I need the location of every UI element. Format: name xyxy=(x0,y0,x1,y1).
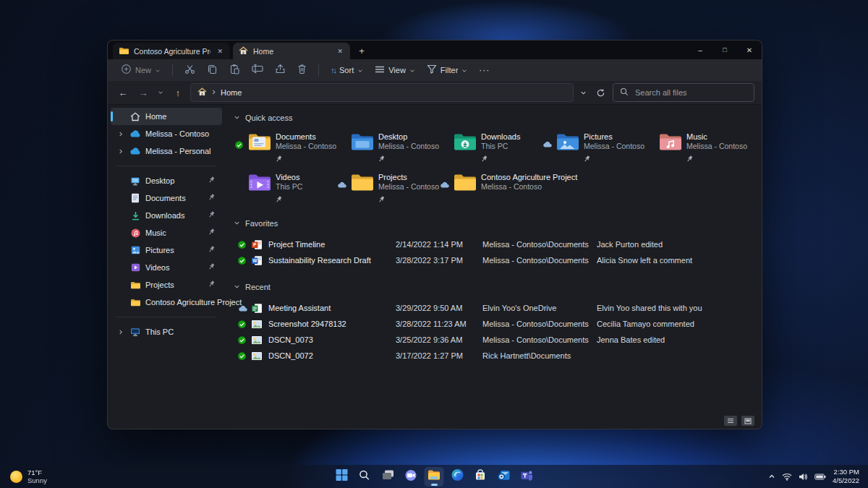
taskbar-outlook-button[interactable] xyxy=(494,467,514,487)
sidebar-item-home[interactable]: Home xyxy=(111,108,222,125)
view-button[interactable]: View xyxy=(370,61,420,79)
quick-access-tile-downloads[interactable]: DownloadsThis PC xyxy=(439,131,542,160)
section-title: Recent xyxy=(245,283,271,291)
close-tab-icon[interactable]: ✕ xyxy=(336,48,344,55)
minimize-button[interactable]: – xyxy=(688,40,712,59)
section-recent[interactable]: Recent xyxy=(234,283,754,291)
maximize-button[interactable]: □ xyxy=(712,40,737,59)
sort-button[interactable]: ↑↓ Sort xyxy=(326,61,367,79)
sidebar-item-desktop[interactable]: Desktop xyxy=(111,172,222,189)
volume-icon[interactable] xyxy=(799,473,808,481)
chevron-right-icon[interactable] xyxy=(116,329,125,335)
sidebar-item-label: Contoso Agriculture Project xyxy=(145,298,242,307)
section-quick-access[interactable]: Quick access xyxy=(234,114,754,122)
delete-button[interactable] xyxy=(293,61,311,79)
wifi-icon[interactable] xyxy=(782,473,792,481)
home-icon xyxy=(239,46,248,56)
copy-button[interactable] xyxy=(203,61,222,79)
weather-widget[interactable]: 71°F Sunny xyxy=(0,468,47,485)
taskbar-start-button[interactable] xyxy=(332,467,352,487)
taskbar-search-button[interactable] xyxy=(355,467,375,487)
recent-locations-chevron-icon[interactable] xyxy=(156,85,166,100)
chevron-right-icon[interactable] xyxy=(116,131,125,137)
breadcrumb[interactable]: Home xyxy=(190,83,574,102)
tab-contoso-agriculture-project[interactable]: Contoso Agriculture Project ✕ xyxy=(113,43,230,59)
file-row-meeting-assistant[interactable]: Meeting Assistant3/29/2022 9:50 AMElvin … xyxy=(232,300,754,316)
quick-access-tile-documents[interactable]: DocumentsMelissa - Contoso xyxy=(234,131,336,160)
quick-access-tile-pictures[interactable]: PicturesMelissa - Contoso xyxy=(542,131,644,160)
sidebar-item-melissa-personal[interactable]: Melissa - Personal xyxy=(111,142,222,160)
folder-folder-icon xyxy=(452,171,478,195)
file-name: Meeting Assistant xyxy=(268,304,396,312)
taskbar-file-explorer-button[interactable] xyxy=(425,467,444,487)
paste-button[interactable] xyxy=(225,61,244,79)
new-button[interactable]: New xyxy=(116,61,165,79)
sidebar-item-pictures[interactable]: Pictures xyxy=(111,241,222,259)
file-row-dscn-0072[interactable]: DSCN_00723/17/2022 1:27 PMRick Hartnett\… xyxy=(232,348,754,364)
close-tab-icon[interactable]: ✕ xyxy=(216,48,224,55)
sidebar-item-projects[interactable]: Projects xyxy=(111,276,222,294)
sidebar-item-label: This PC xyxy=(145,328,215,336)
quick-access-tile-videos[interactable]: VideosThis PC xyxy=(234,171,336,200)
taskbar-clock[interactable]: 2:30 PM 4/5/2022 xyxy=(833,468,859,485)
cloud-status-icon xyxy=(439,181,449,188)
tile-name: Pictures xyxy=(584,132,644,141)
sidebar-item-label: Desktop xyxy=(145,176,204,185)
tab-home[interactable]: Home ✕ xyxy=(233,43,350,59)
taskbar-edge-button[interactable] xyxy=(448,467,467,487)
filter-button[interactable]: Filter xyxy=(422,61,472,79)
refresh-icon[interactable] xyxy=(592,85,608,100)
back-button[interactable]: ← xyxy=(115,85,131,100)
file-row-dscn-0073[interactable]: DSCN_00733/25/2022 9:36 AMMelissa - Cont… xyxy=(232,332,754,348)
search-input[interactable] xyxy=(634,87,747,98)
tile-name: Downloads xyxy=(481,132,520,141)
file-date: 2/14/2022 1:14 PM xyxy=(396,240,482,249)
doc-green-file-icon xyxy=(251,303,268,314)
pin-icon xyxy=(208,211,215,220)
clock-time: 2:30 PM xyxy=(834,468,859,476)
sidebar-item-downloads[interactable]: Downloads xyxy=(111,207,222,224)
thumbnail-view-toggle[interactable] xyxy=(741,416,754,426)
search-box[interactable] xyxy=(613,83,754,102)
quick-access-tile-desktop[interactable]: DesktopMelissa - Contoso xyxy=(336,131,439,160)
sidebar-item-this-pc[interactable]: This PC xyxy=(111,323,222,341)
forward-button[interactable]: → xyxy=(135,85,151,100)
window-controls: – □ ✕ xyxy=(688,40,762,59)
chevron-right-icon[interactable] xyxy=(116,148,125,155)
taskbar-teams-button[interactable] xyxy=(517,467,537,487)
sidebar-item-music[interactable]: Music xyxy=(111,224,222,241)
taskbar-task-view-button[interactable] xyxy=(378,467,398,487)
tray-chevron-up-icon[interactable] xyxy=(768,474,775,479)
rename-button[interactable] xyxy=(247,61,268,79)
new-tab-button[interactable]: + xyxy=(353,43,370,59)
sidebar-item-label: Music xyxy=(145,228,204,237)
details-view-toggle[interactable] xyxy=(724,416,737,426)
music-folder-icon xyxy=(658,131,684,155)
sidebar-item-melissa-contoso[interactable]: Melissa - Contoso xyxy=(111,125,222,142)
file-location: Melissa - Contoso\Documents xyxy=(482,335,597,344)
taskbar-store-button[interactable] xyxy=(471,467,490,487)
sidebar-item-documents[interactable]: Documents xyxy=(111,189,222,207)
battery-icon[interactable] xyxy=(814,474,826,480)
file-row-project-timeline[interactable]: PProject Timeline2/14/2022 1:14 PMMeliss… xyxy=(232,236,754,252)
close-button[interactable]: ✕ xyxy=(737,40,762,59)
address-dropdown-chevron-icon[interactable] xyxy=(578,85,588,100)
quick-access-tile-contoso-agriculture-project[interactable]: Contoso Agriculture ProjectMelissa - Con… xyxy=(439,171,542,200)
more-options-button[interactable]: ··· xyxy=(475,65,494,75)
taskbar-apps xyxy=(332,465,537,488)
pin-icon xyxy=(584,153,644,160)
sidebar-item-contoso-agriculture-project[interactable]: Contoso Agriculture Project xyxy=(111,294,222,311)
quick-access-tile-music[interactable]: MusicMelissa - Contoso xyxy=(644,131,747,160)
sidebar-item-videos[interactable]: Videos xyxy=(111,259,222,276)
search-icon xyxy=(359,469,371,484)
share-button[interactable] xyxy=(271,61,290,79)
image-file-icon xyxy=(251,335,268,346)
tile-location: Melissa - Contoso xyxy=(686,142,747,150)
file-row-sustainability-research-draft[interactable]: WSustainability Research Draft3/28/2022 … xyxy=(232,252,754,268)
file-row-screenshot-29478132[interactable]: Screenshot 294781323/28/2022 11:23 AMMel… xyxy=(232,316,754,332)
quick-access-tile-projects[interactable]: ProjectsMelissa - Contoso xyxy=(336,171,439,200)
up-button[interactable]: ↑ xyxy=(170,85,186,100)
section-favorites[interactable]: Favorites xyxy=(234,219,754,228)
cut-button[interactable] xyxy=(180,61,200,79)
taskbar-chat-button[interactable] xyxy=(401,467,421,487)
